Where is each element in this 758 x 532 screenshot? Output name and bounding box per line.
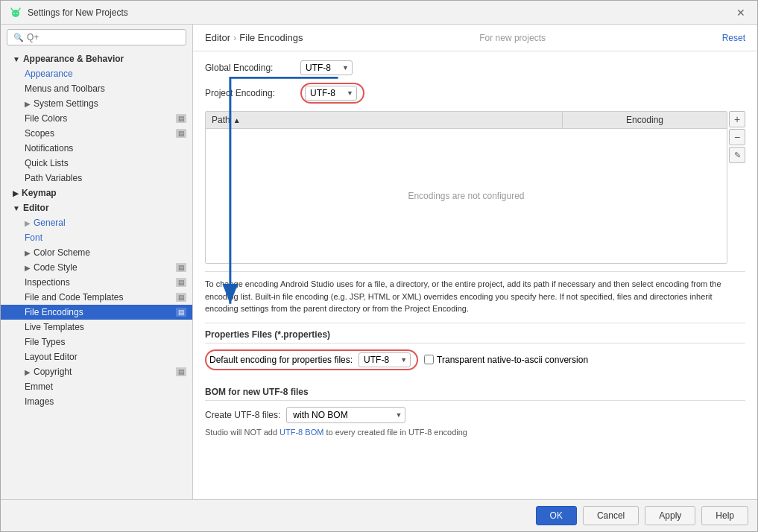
badge-icon: ▤ [176,293,186,302]
sort-arrow-icon: ▲ [233,116,241,124]
path-table-header: Path ▲ Encoding [206,112,727,129]
transparent-checkbox[interactable] [424,355,434,364]
svg-line-2 [19,8,20,10]
sidebar-item-notifications[interactable]: Notifications [1,141,192,156]
panel-header: Editor › File Encodings For new projects… [193,25,757,51]
sidebar-item-file-code-templates[interactable]: File and Code Templates ▤ [1,290,192,305]
default-encoding-select[interactable]: UTF-8 [359,352,411,367]
edit-icon: ✎ [734,151,741,160]
window-title: Settings for New Projects [28,7,128,18]
search-box[interactable]: 🔍 [7,29,186,45]
cancel-button[interactable]: Cancel [583,506,639,525]
bom-row: Create UTF-8 files: with NO BOM with BOM… [205,407,745,423]
sidebar-item-appearance[interactable]: Appearance [1,66,192,81]
close-button[interactable]: ✕ [733,5,748,20]
sidebar-item-file-encodings[interactable]: File Encodings ▤ [1,305,192,320]
right-panel: Editor › File Encodings For new projects… [193,25,757,499]
main-content: 🔍 ▼ Appearance & Behavior Appearance Men… [1,25,757,499]
badge-icon: ▤ [176,263,186,272]
svg-point-3 [13,13,15,14]
sidebar-item-images[interactable]: Images [1,394,192,409]
badge-icon-active: ▤ [176,308,186,317]
sidebar-tree: ▼ Appearance & Behavior Appearance Menus… [1,50,192,499]
sidebar-section-appearance-behavior[interactable]: ▼ Appearance & Behavior [1,51,192,66]
breadcrumb-current: File Encodings [239,32,303,43]
title-bar-left: Settings for New Projects [10,7,128,19]
badge-icon: ▤ [176,367,186,376]
ok-button[interactable]: OK [536,506,577,525]
breadcrumb-separator: › [233,32,236,43]
sidebar-item-live-templates[interactable]: Live Templates [1,320,192,335]
android-icon [10,7,22,19]
sidebar-item-code-style[interactable]: ▶ Code Style ▤ [1,260,192,275]
project-encoding-circle: UTF-8 ▼ [300,83,364,104]
sidebar-item-general[interactable]: ▶ General [1,215,192,230]
sidebar-section-editor[interactable]: ▼ Editor [1,200,192,215]
search-input[interactable] [27,32,180,42]
apply-button[interactable]: Apply [645,506,695,525]
empty-table-message: Encodings are not configured [408,191,524,201]
info-text: To change encoding Android Studio uses f… [205,271,745,315]
create-utf8-label: Create UTF-8 files: [205,410,280,420]
sidebar-item-quick-lists[interactable]: Quick Lists [1,156,192,171]
sidebar-item-layout-editor[interactable]: Layout Editor [1,349,192,364]
badge-icon: ▤ [176,278,186,287]
table-action-buttons: + − ✎ [729,111,745,163]
sidebar-item-file-types[interactable]: File Types [1,335,192,349]
path-column-header: Path ▲ [206,112,563,128]
path-table-body: Encodings are not configured [206,129,727,263]
properties-section-label: Properties Files (*.properties) [205,329,745,343]
global-encoding-row: Global Encoding: UTF-8 ▼ [205,60,745,75]
path-table: Path ▲ Encoding Encodings are not config… [205,111,727,264]
sidebar-item-inspections[interactable]: Inspections ▤ [1,275,192,290]
bom-note: Studio will NOT add UTF-8 BOM to every c… [205,428,745,437]
sidebar-item-scopes[interactable]: Scopes ▤ [1,126,192,141]
help-button[interactable]: Help [701,506,748,525]
default-encoding-select-wrapper: UTF-8 ▼ [359,352,411,367]
svg-point-4 [16,13,18,14]
global-encoding-select[interactable]: UTF-8 [300,60,353,75]
title-bar: Settings for New Projects ✕ [1,1,757,25]
bom-section: BOM for new UTF-8 files Create UTF-8 fil… [205,387,745,437]
properties-section: Properties Files (*.properties) Default … [205,323,745,376]
panel-body: Global Encoding: UTF-8 ▼ Project Encodin… [193,51,757,499]
project-encoding-row: Project Encoding: UTF-8 ▼ [205,83,745,104]
sidebar-section-label: Editor [23,203,49,213]
sidebar-section-keymap[interactable]: ▶ Keymap [1,186,192,200]
sidebar-item-path-variables[interactable]: Path Variables [1,171,192,186]
badge-icon: ▤ [176,129,186,138]
settings-window: Settings for New Projects ✕ 🔍 ▼ Appearan… [0,0,758,532]
sidebar-item-file-colors[interactable]: File Colors ▤ [1,111,192,126]
add-path-button[interactable]: + [729,111,745,127]
footer: OK Cancel Apply Help [1,499,757,531]
for-new-projects-label: For new projects [479,33,546,43]
path-table-container: Path ▲ Encoding Encodings are not config… [205,111,745,264]
sidebar-item-font[interactable]: Font [1,230,192,245]
bom-section-label: BOM for new UTF-8 files [205,387,745,401]
reset-button[interactable]: Reset [722,33,745,43]
bom-select[interactable]: with NO BOM with BOM [286,407,405,423]
sidebar-section-label: Keymap [22,188,57,198]
global-encoding-select-wrapper: UTF-8 ▼ [300,60,353,75]
sidebar-item-menus-toolbars[interactable]: Menus and Toolbars [1,81,192,96]
expand-arrow-icon: ▼ [13,204,20,212]
project-encoding-select[interactable]: UTF-8 [305,86,357,101]
sidebar-item-copyright[interactable]: ▶ Copyright ▤ [1,364,192,379]
expand-arrow-icon: ▼ [13,55,20,63]
default-encoding-label: Default encoding for properties files: [209,355,353,365]
default-encoding-row: Default encoding for properties files: U… [205,349,745,370]
search-icon: 🔍 [13,33,24,42]
badge-icon: ▤ [176,114,186,123]
sidebar-item-emmet[interactable]: Emmet [1,379,192,394]
expand-arrow-icon: ▶ [13,189,19,197]
transparent-checkbox-row: Transparent native-to-ascii conversion [424,355,588,365]
remove-path-button[interactable]: − [729,129,745,145]
sidebar-item-system-settings[interactable]: ▶ System Settings [1,96,192,111]
transparent-label: Transparent native-to-ascii conversion [437,355,588,365]
default-encoding-circle: Default encoding for properties files: U… [205,349,418,370]
sidebar-item-color-scheme[interactable]: ▶ Color Scheme [1,245,192,260]
svg-line-1 [11,8,13,10]
project-encoding-label: Project Encoding: [205,88,294,98]
bom-select-wrapper: with NO BOM with BOM ▼ [286,407,405,423]
edit-path-button[interactable]: ✎ [729,147,745,163]
